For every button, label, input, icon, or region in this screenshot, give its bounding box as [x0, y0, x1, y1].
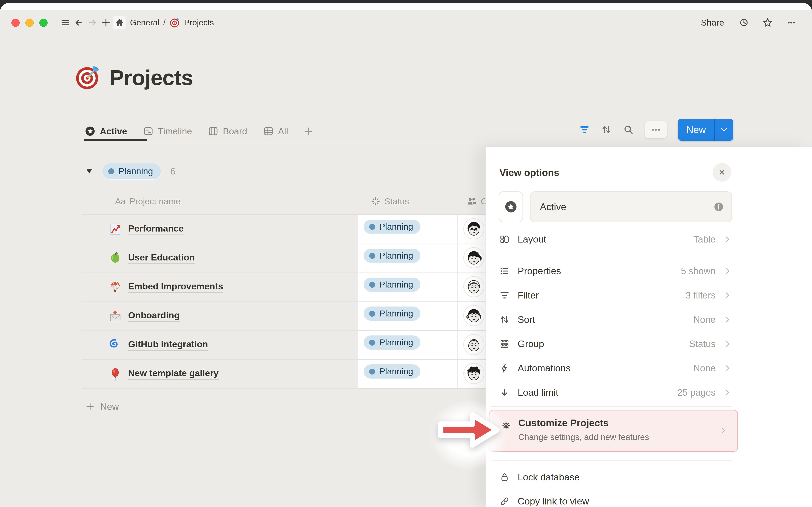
status-chip[interactable]: Planning [364, 278, 420, 292]
owner-avatar[interactable] [464, 363, 484, 383]
search-icon[interactable] [623, 124, 634, 135]
panel-divider [491, 255, 732, 255]
status-burst-icon [370, 196, 380, 207]
panel-row-properties[interactable]: Properties 5 shown [499, 259, 732, 283]
breadcrumb-page[interactable]: Projects [184, 18, 214, 27]
table-row[interactable]: Onboarding Planning [82, 301, 486, 331]
column-header-owner[interactable]: O [466, 188, 488, 214]
row-title[interactable]: GitHub integration [128, 339, 208, 351]
back-icon[interactable] [72, 16, 86, 30]
collapse-triangle-icon[interactable] [86, 168, 93, 175]
row-title[interactable]: New template gallery [128, 368, 219, 380]
home-icon[interactable] [113, 16, 126, 30]
panel-divider [491, 460, 732, 460]
new-dropdown-button[interactable] [715, 119, 733, 141]
cyclone-icon [109, 338, 122, 351]
filter-icon[interactable] [579, 124, 590, 135]
more-options-icon[interactable] [785, 16, 797, 30]
breadcrumb-root[interactable]: General [130, 18, 159, 27]
sort-arrows-icon [499, 314, 510, 325]
layout-icon [499, 234, 510, 245]
status-chip[interactable]: Planning [364, 364, 420, 379]
view-icon-button[interactable] [499, 191, 523, 222]
lightning-icon [499, 363, 510, 374]
status-chip[interactable]: Planning [364, 306, 420, 321]
row-title[interactable]: Onboarding [128, 310, 180, 322]
view-options-button[interactable] [645, 121, 667, 138]
status-chip[interactable]: Planning [364, 335, 420, 350]
table-column-headers: Aa Project name Status O [0, 188, 486, 214]
info-icon[interactable] [713, 201, 724, 212]
view-options-panel: View options Active Layout Table Propert… [486, 146, 812, 507]
plus-icon [86, 402, 95, 411]
group-status-chip[interactable]: Planning [102, 163, 161, 179]
panel-row-sort[interactable]: Sort None [499, 307, 732, 332]
panel-row-automations[interactable]: Automations None [499, 356, 732, 380]
panel-row-filter[interactable]: Filter 3 filters [499, 283, 732, 307]
view-name-input[interactable]: Active [530, 191, 732, 222]
chevron-right-icon [723, 339, 732, 349]
table-row[interactable]: User Education Planning [82, 243, 486, 273]
table-row[interactable]: Embed Improvements Planning [82, 273, 486, 302]
customize-projects-row[interactable]: Customize Projects Change settings, add … [489, 410, 738, 452]
owner-avatar[interactable] [464, 219, 484, 239]
column-header-project-name[interactable]: Aa Project name [115, 188, 181, 214]
row-title[interactable]: User Education [128, 252, 195, 264]
add-row-button[interactable]: New [86, 395, 119, 418]
screenshot-root: General / Projects Share Projects Active [0, 0, 812, 507]
panel-row-lock-database[interactable]: Lock database [499, 465, 732, 489]
table-row[interactable]: Performance Planning [82, 215, 486, 244]
panel-row-copy-link[interactable]: Copy link to view [499, 489, 732, 507]
owner-avatar[interactable] [464, 335, 484, 354]
panel-row-layout[interactable]: Layout Table [499, 227, 732, 251]
chevron-down-icon [720, 125, 728, 134]
people-icon [466, 196, 477, 207]
close-window-button[interactable] [11, 18, 20, 27]
status-dot [108, 168, 114, 174]
new-page-icon[interactable] [99, 16, 113, 30]
board-icon [208, 126, 219, 137]
tab-timeline[interactable]: Timeline [143, 126, 192, 137]
star-circle-icon [85, 126, 96, 137]
page-title-text[interactable]: Projects [109, 65, 193, 90]
tab-board[interactable]: Board [208, 126, 247, 137]
close-panel-button[interactable] [713, 163, 731, 182]
owner-avatar[interactable] [464, 306, 484, 326]
status-chip[interactable]: Planning [364, 220, 420, 234]
column-header-status[interactable]: Status [370, 188, 409, 214]
row-title[interactable]: Embed Improvements [128, 281, 223, 293]
chevron-right-icon [723, 266, 732, 276]
app-window: General / Projects Share Projects Active [0, 3, 812, 507]
titlebar-actions: Share [699, 16, 797, 30]
page-icon-target-dart[interactable] [74, 64, 101, 92]
panel-row-load-limit[interactable]: Load limit 25 pages [499, 381, 732, 404]
chevron-right-icon [718, 426, 728, 436]
table-row[interactable]: New template gallery Planning [82, 359, 486, 389]
sort-icon[interactable] [601, 124, 612, 135]
panel-divider [491, 406, 732, 407]
forward-icon [86, 16, 99, 30]
zoom-window-button[interactable] [39, 18, 48, 27]
history-clock-icon[interactable] [738, 16, 750, 30]
owner-avatar[interactable] [464, 277, 484, 297]
more-options-icon [651, 124, 661, 135]
panel-title: View options [500, 167, 559, 178]
plus-icon [304, 126, 314, 136]
favorite-star-icon[interactable] [762, 16, 773, 30]
row-title[interactable]: Performance [128, 223, 184, 235]
tab-all[interactable]: All [263, 126, 288, 137]
new-button[interactable]: New [678, 119, 733, 141]
customize-title: Customize Projects [518, 417, 609, 429]
target-dart-icon [169, 17, 181, 28]
tab-active[interactable]: Active [85, 126, 127, 137]
owner-avatar[interactable] [464, 248, 484, 268]
sidebar-menu-icon[interactable] [59, 16, 72, 30]
incoming-envelope-icon [109, 309, 122, 323]
share-button[interactable]: Share [699, 16, 726, 29]
panel-row-group[interactable]: Group Status [499, 332, 732, 356]
add-view-button[interactable] [304, 126, 314, 136]
minimize-window-button[interactable] [26, 18, 34, 27]
close-icon [718, 168, 726, 177]
status-chip[interactable]: Planning [364, 249, 420, 263]
table-row[interactable]: GitHub integration Planning [82, 330, 486, 360]
